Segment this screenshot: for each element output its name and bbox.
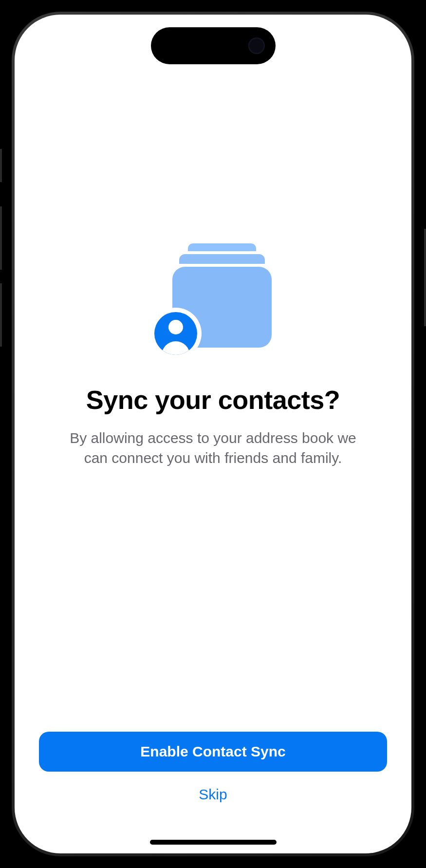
front-camera: [248, 37, 265, 54]
skip-button[interactable]: Skip: [189, 782, 237, 807]
folder-layer-mid: [179, 254, 265, 264]
enable-contact-sync-button[interactable]: Enable Contact Sync: [39, 732, 387, 772]
folder-layer-back: [188, 243, 256, 251]
home-indicator[interactable]: [150, 840, 277, 845]
person-badge: [150, 308, 202, 359]
screen: Sync your contacts? By allowing access t…: [15, 15, 411, 853]
onboarding-content: Sync your contacts? By allowing access t…: [15, 15, 411, 732]
power-button: [424, 229, 426, 326]
volume-up-button: [0, 206, 2, 270]
phone-bezel: Sync your contacts? By allowing access t…: [12, 12, 414, 856]
person-avatar-icon: [154, 312, 197, 355]
contacts-folder-icon: [150, 243, 277, 355]
page-title: Sync your contacts?: [86, 385, 340, 415]
phone-frame: Sync your contacts? By allowing access t…: [0, 0, 426, 868]
volume-down-button: [0, 283, 2, 347]
silent-switch: [0, 149, 2, 182]
page-description: By allowing access to your address book …: [62, 428, 364, 468]
action-bar: Enable Contact Sync Skip: [15, 732, 411, 853]
dynamic-island: [151, 27, 276, 64]
